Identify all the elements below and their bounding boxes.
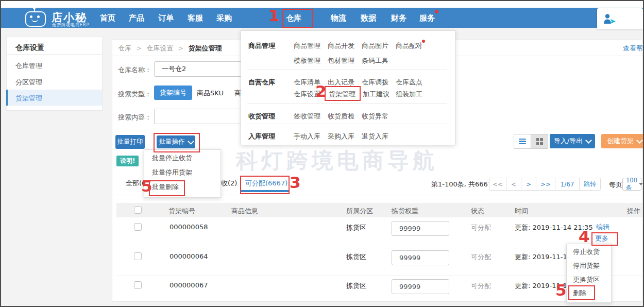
row-checkbox[interactable] [134, 281, 142, 289]
pager-first-button[interactable]: << [489, 178, 506, 191]
annotation-step-5b: 5 [555, 282, 567, 298]
annotation-step-1: 1 [268, 8, 280, 24]
row-menu-item-stop-receiving[interactable]: 停止收货 [573, 247, 600, 257]
nav-item-logistics[interactable]: 物流 [331, 13, 346, 23]
breadcrumb-item[interactable]: 仓库 [118, 44, 131, 52]
batch-action-label: 批量操作 [159, 138, 185, 146]
nav-item-home[interactable]: 首页 [100, 13, 115, 23]
menu-item[interactable]: 退货入库 [362, 132, 388, 141]
table-header-bg [116, 203, 642, 217]
menu-item[interactable]: 商品开发 [328, 41, 354, 50]
batch-action-button[interactable]: 批量操作 [157, 135, 195, 148]
search-type-sku[interactable]: 商品SKU [197, 89, 224, 98]
menu-item[interactable]: 条码工具 [362, 56, 388, 65]
brand-tagline: 免费跨境电商ERP [52, 22, 89, 28]
menu-item[interactable]: 组装加工 [396, 90, 422, 99]
menu-item[interactable]: 商品配对 [396, 41, 422, 50]
row-divider [116, 248, 642, 248]
annotation-step-3: 3 [290, 175, 301, 191]
app-root: 店小秘 免费跨境电商ERP 首页 产品 订单 客服 采购 仓库 物流 数据 财务… [0, 0, 644, 307]
batch-menu-item-stop-receiving[interactable]: 批量停止收货 [152, 154, 192, 163]
sidebar-active-bar [6, 90, 8, 106]
menu-item[interactable]: 收货异常 [362, 112, 388, 121]
col-header-time: 时间 [515, 207, 528, 216]
grid-view-button[interactable] [531, 134, 548, 149]
more-link[interactable]: 更多 [595, 234, 608, 243]
user-icon[interactable] [603, 13, 617, 25]
nav-item-purchase[interactable]: 采购 [216, 13, 232, 23]
col-header-product-info: 商品信息 [231, 207, 258, 216]
nav-item-finance[interactable]: 财务 [391, 13, 406, 23]
breadcrumb-item[interactable]: 仓库设置 [146, 44, 173, 52]
per-page-select[interactable]: 100条 [622, 178, 641, 191]
col-header-status: 状态 [471, 207, 484, 216]
row-menu-item-delete[interactable]: 删除 [573, 288, 586, 298]
edit-link[interactable]: 编辑 [596, 223, 609, 232]
shelf-code-cell: 000000067 [170, 281, 208, 289]
col-header-actions: 操作 [627, 207, 640, 216]
nav-item-service[interactable]: 客服 [188, 13, 203, 23]
menu-item[interactable]: 模板管理 [294, 56, 320, 65]
pager-prev-button[interactable]: < [506, 178, 521, 191]
sidebar-item-warehouse[interactable]: 仓库管理 [15, 61, 42, 71]
pager-last-button[interactable]: >> [536, 178, 555, 191]
menu-item[interactable]: 收货质检 [328, 112, 354, 121]
menu-item[interactable]: 仓库调拨 [362, 78, 388, 87]
shelf-code-cell: 000000058 [170, 223, 208, 231]
row-menu-item-disable-shelf[interactable]: 停用货架 [573, 261, 600, 270]
sidebar-item-shelves[interactable]: 货架管理 [15, 94, 42, 103]
menu-item[interactable]: 签收管理 [294, 112, 320, 121]
menu-divider [247, 124, 447, 124]
warehouse-select[interactable]: 一号仓2 [154, 61, 248, 77]
menu-item[interactable]: 加工建议 [363, 90, 389, 99]
search-content-input[interactable] [154, 109, 248, 124]
menu-group-title: 收货管理 [248, 112, 275, 121]
caret-down-icon [639, 183, 643, 185]
zone-cell: 拣货区 [346, 252, 366, 262]
menu-item[interactable]: 仓库盘点 [396, 78, 422, 87]
pick-weight-input[interactable] [392, 221, 449, 236]
select-all-checkbox[interactable] [134, 206, 142, 214]
create-shelf-button[interactable]: 创建货架 [601, 134, 644, 148]
menu-item[interactable]: 出入记录 [328, 78, 354, 87]
per-page-value: 100条 [626, 177, 637, 192]
nav-item-services[interactable]: 服务 [419, 13, 435, 23]
per-page-label: 每页 [609, 180, 622, 190]
search-type-label: 搜索类型： [118, 90, 151, 99]
breadcrumb: 仓库 > 仓库设置 > 货架位管理 [118, 44, 222, 53]
menu-item[interactable]: 采购入库 [328, 132, 354, 141]
pager-group: << < > >> 1/67 跳转 [489, 178, 601, 191]
batch-print-button[interactable]: 批量打印 [115, 135, 145, 149]
pick-weight-input[interactable] [392, 279, 449, 294]
import-export-label: 导入/导出 [554, 137, 583, 146]
nav-item-products[interactable]: 产品 [129, 13, 144, 23]
help-link[interactable]: 查看帮助 [623, 44, 642, 53]
menu-item[interactable]: 包材管理 [328, 56, 354, 65]
pager-next-button[interactable]: > [521, 178, 536, 191]
row-menu-item-change-zone[interactable]: 更换货区 [573, 275, 600, 284]
pager-jump-button[interactable]: 跳转 [579, 178, 601, 191]
menu-item[interactable]: 手动入库 [294, 132, 320, 141]
pick-weight-input[interactable] [392, 250, 449, 265]
menu-item[interactable]: 商品管理 [294, 41, 320, 50]
tab-recycle[interactable]: 收(2) [221, 179, 237, 188]
import-export-button[interactable]: 导入/导出 [550, 134, 595, 148]
nav-item-data[interactable]: 数据 [361, 13, 376, 23]
menu-item-shelf-management[interactable]: 货架管理 [329, 90, 355, 99]
col-header-zone: 所属分区 [346, 207, 373, 216]
menu-item[interactable]: 商品图片 [362, 41, 388, 50]
nav-item-orders[interactable]: 订单 [158, 13, 174, 23]
list-view-icon [519, 139, 526, 140]
batch-menu-item-delete[interactable]: 批量删除 [152, 182, 179, 192]
list-view-button[interactable] [514, 134, 531, 149]
tab-allocatable[interactable]: 可分配(6667) [245, 179, 287, 188]
row-checkbox[interactable] [134, 252, 142, 260]
search-type-shelf-code[interactable]: 货架编号 [154, 86, 192, 100]
pager-page-indicator: 1/67 [555, 178, 580, 191]
chevron-down-icon [636, 137, 643, 144]
sidebar-item-zones[interactable]: 分区管理 [15, 78, 42, 87]
nav-item-warehouse[interactable]: 仓库 [286, 13, 301, 23]
batch-menu-item-disable-shelf[interactable]: 批量停用货架 [152, 168, 192, 177]
shelf-code-cell: 000000064 [170, 252, 208, 260]
row-checkbox[interactable] [134, 223, 142, 231]
